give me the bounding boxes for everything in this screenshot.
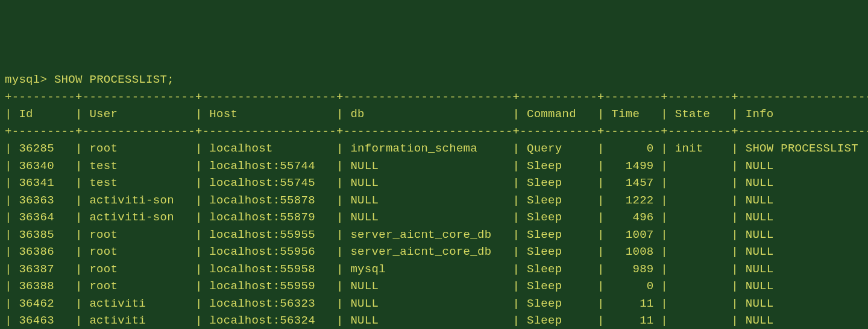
mysql-prompt: mysql> [5, 73, 47, 86]
table-body: | 36285 | root | localhost | information… [5, 142, 868, 327]
table-border-mid: +---------+----------------+------------… [5, 125, 868, 138]
table-border-top: +---------+----------------+------------… [5, 91, 868, 104]
prompt-line: mysql> SHOW PROCESSLIST; [5, 73, 174, 86]
mysql-terminal[interactable]: mysql> SHOW PROCESSLIST; +---------+----… [5, 71, 863, 329]
command-text: SHOW PROCESSLIST; [54, 73, 174, 86]
table-header-row: | Id | User | Host | db | Command | Time… [5, 107, 868, 121]
